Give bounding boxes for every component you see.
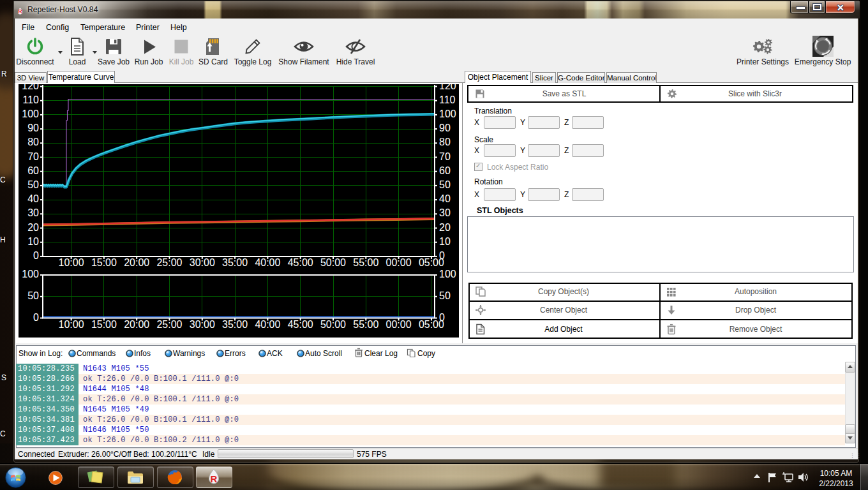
svg-text:30:00: 30:00 — [190, 319, 215, 330]
svg-text:30: 30 — [439, 207, 451, 218]
svg-text:60: 60 — [439, 165, 451, 176]
svg-text:70: 70 — [439, 151, 451, 162]
svg-text:70: 70 — [27, 151, 39, 162]
svg-text:50: 50 — [439, 290, 451, 301]
svg-text:0: 0 — [33, 250, 39, 261]
svg-text:20:00: 20:00 — [124, 257, 149, 268]
svg-text:R: R — [211, 473, 218, 484]
svg-text:90: 90 — [439, 122, 451, 133]
svg-text:15:00: 15:00 — [91, 257, 117, 268]
svg-text:20:00: 20:00 — [124, 319, 149, 330]
svg-text:20: 20 — [27, 222, 39, 233]
svg-text:30:00: 30:00 — [190, 257, 215, 268]
svg-text:50:00: 50:00 — [320, 319, 346, 330]
svg-text:80: 80 — [27, 137, 39, 147]
svg-text:0: 0 — [33, 312, 39, 323]
svg-text:0: 0 — [439, 312, 445, 323]
svg-text:80: 80 — [439, 137, 451, 147]
svg-text:10:00: 10:00 — [59, 257, 84, 268]
svg-text:50:00: 50:00 — [320, 257, 346, 268]
svg-text:120: 120 — [22, 84, 39, 91]
svg-text:20: 20 — [439, 222, 451, 233]
svg-text:30: 30 — [27, 207, 39, 218]
svg-text:40: 40 — [439, 193, 451, 204]
svg-text:00:00: 00:00 — [386, 319, 412, 330]
svg-text:40:00: 40:00 — [255, 319, 280, 330]
svg-text:35:00: 35:00 — [222, 257, 248, 268]
svg-text:90: 90 — [27, 122, 39, 133]
svg-text:10:00: 10:00 — [59, 319, 84, 330]
svg-text:100: 100 — [22, 108, 39, 119]
svg-text:110: 110 — [22, 94, 39, 105]
svg-text:110: 110 — [439, 94, 456, 105]
svg-text:120: 120 — [439, 84, 456, 91]
svg-text:50: 50 — [439, 179, 451, 190]
svg-text:25:00: 25:00 — [156, 319, 182, 330]
svg-text:05:00: 05:00 — [419, 257, 444, 268]
svg-text:15:00: 15:00 — [91, 319, 117, 330]
svg-text:R: R — [18, 8, 22, 15]
svg-text:100: 100 — [439, 269, 456, 279]
svg-text:45:00: 45:00 — [288, 257, 313, 268]
svg-text:10: 10 — [27, 236, 39, 247]
svg-text:100: 100 — [22, 269, 39, 279]
svg-text:40:00: 40:00 — [255, 257, 280, 268]
svg-text:25:00: 25:00 — [156, 257, 182, 268]
svg-text:60: 60 — [27, 165, 39, 176]
svg-text:00:00: 00:00 — [386, 257, 412, 268]
svg-text:35:00: 35:00 — [222, 319, 248, 330]
svg-text:50: 50 — [27, 290, 39, 301]
svg-text:50: 50 — [27, 179, 39, 190]
svg-text:10: 10 — [439, 236, 451, 247]
svg-text:45:00: 45:00 — [288, 319, 313, 330]
svg-text:55:00: 55:00 — [353, 319, 378, 330]
svg-text:100: 100 — [439, 108, 456, 119]
svg-text:40: 40 — [27, 193, 39, 204]
svg-text:55:00: 55:00 — [353, 257, 378, 268]
